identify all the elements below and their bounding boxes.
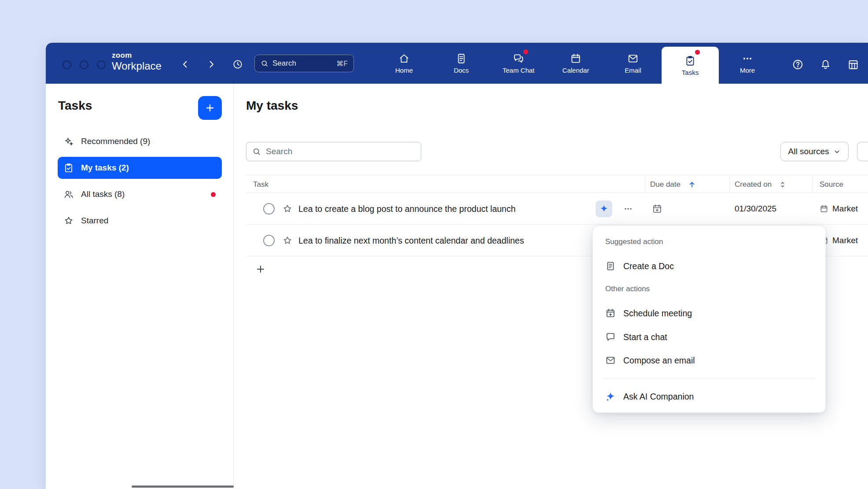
history-button[interactable] (230, 56, 246, 72)
sidebar-item-recommended[interactable]: Recommended (9) (58, 130, 222, 152)
back-button[interactable] (177, 56, 193, 72)
star-icon[interactable] (282, 235, 293, 246)
nav-tasks[interactable]: Tasks (662, 47, 719, 84)
search-label: Search (272, 59, 296, 68)
task-checkbox[interactable] (263, 203, 275, 215)
sparkles-icon (63, 136, 74, 147)
zoom-logo: zoom (112, 51, 162, 59)
column-source: Source (820, 175, 843, 193)
add-task-row-button[interactable] (255, 263, 266, 275)
nav-label: Tasks (682, 69, 699, 76)
nav-label: Home (395, 67, 413, 74)
horizontal-scrollbar-thumb[interactable] (132, 485, 234, 488)
docs-icon (456, 53, 467, 64)
menu-section-label: Other actions (605, 285, 650, 293)
nav-label: Email (625, 67, 641, 74)
tasks-check-icon (63, 163, 74, 173)
star-icon[interactable] (282, 204, 293, 214)
menu-item-schedule-meeting[interactable]: Schedule meeting (596, 301, 822, 325)
nav-home[interactable]: Home (375, 43, 433, 84)
search-icon (261, 59, 268, 67)
window-zoom-button[interactable] (97, 60, 106, 69)
team-chat-icon (513, 53, 524, 64)
calendar-icon (570, 53, 581, 64)
window-minimize-button[interactable] (80, 60, 88, 69)
sort-both-icon (779, 181, 787, 189)
new-task-button[interactable] (198, 96, 222, 120)
menu-section-label: Suggested action (605, 237, 663, 246)
sidebar: Tasks Recommended (9) My tasks (2) (46, 84, 234, 489)
menu-divider (603, 378, 815, 379)
table-header: Task Due date Created on Source (246, 175, 868, 193)
set-due-date-button[interactable] (652, 204, 662, 214)
nav-more[interactable]: More (719, 43, 776, 84)
nav-team-chat[interactable]: Team Chat (490, 43, 547, 84)
forward-button[interactable] (203, 56, 219, 72)
menu-item-label: Start a chat (623, 332, 667, 342)
notifications-button[interactable] (817, 56, 833, 72)
task-checkbox[interactable] (263, 235, 275, 246)
nav-email[interactable]: Email (604, 43, 662, 84)
star-icon (63, 215, 74, 226)
nav-calendar[interactable]: Calendar (547, 43, 604, 84)
search-input[interactable] (246, 142, 421, 161)
chevron-left-icon (180, 59, 191, 70)
column-created-on[interactable]: Created on (735, 175, 787, 193)
sidebar-item-label: Recommended (9) (81, 137, 150, 146)
column-due-date[interactable]: Due date (650, 175, 696, 193)
menu-item-create-doc[interactable]: Create a Doc (596, 254, 822, 278)
help-button[interactable] (790, 56, 805, 72)
sidebar-item-all-tasks[interactable]: All tasks (8) (58, 183, 222, 205)
chevron-down-icon (833, 148, 841, 156)
chat-bubble-icon (605, 332, 616, 342)
more-icon (742, 53, 753, 64)
sidebar-item-label: Starred (81, 216, 108, 226)
sidebar-item-starred[interactable]: Starred (58, 210, 222, 232)
task-row[interactable]: Lea to create a blog post to announce th… (246, 193, 868, 225)
menu-item-start-chat[interactable]: Start a chat (596, 325, 822, 349)
help-icon (792, 59, 804, 70)
sidebar-item-label: All tasks (8) (81, 189, 125, 199)
sidebar-item-my-tasks[interactable]: My tasks (2) (58, 157, 222, 179)
window-controls (63, 60, 106, 69)
calendar-panel-button[interactable] (845, 56, 861, 72)
page-title: My tasks (246, 99, 298, 113)
desktop: { "brand": {"logo": "zoom", "product": "… (0, 0, 868, 489)
source-value: Market (832, 225, 858, 256)
column-label: Due date (650, 180, 680, 189)
sources-filter-button[interactable]: All sources (780, 142, 849, 161)
doc-icon (605, 261, 616, 271)
more-actions-button[interactable] (620, 201, 636, 217)
brand: zoom Workplace (112, 51, 162, 73)
window-close-button[interactable] (63, 60, 71, 69)
nav-label: Team Chat (503, 67, 535, 74)
tasks-icon (684, 55, 696, 67)
chevron-right-icon (206, 59, 217, 70)
plus-icon (204, 102, 216, 114)
main-content: My tasks All sources Task Due date (234, 84, 868, 489)
clipped-toolbar-button[interactable] (857, 142, 868, 161)
menu-item-label: Ask AI Companion (623, 392, 694, 402)
notification-dot (211, 192, 216, 197)
ai-actions-menu: Suggested action Create a Doc Other acti… (592, 226, 826, 413)
ai-sparkle-icon (599, 204, 609, 214)
primary-nav: Home Docs Team Chat Calendar (375, 43, 776, 84)
ai-companion-button[interactable] (596, 200, 612, 217)
nav-label: More (740, 67, 755, 74)
app-window: zoom Workplace Search ⌘F (46, 43, 868, 489)
menu-item-label: Create a Doc (623, 261, 674, 271)
menu-item-ask-ai-companion[interactable]: Ask AI Companion (596, 385, 822, 408)
source-calendar-icon (820, 204, 828, 213)
sidebar-title: Tasks (58, 99, 92, 113)
global-search[interactable]: Search ⌘F (254, 55, 354, 72)
bell-icon (820, 59, 831, 70)
history-icon (232, 59, 243, 70)
sidebar-list: Recommended (9) My tasks (2) All tasks (… (58, 130, 222, 236)
menu-item-compose-email[interactable]: Compose an email (596, 348, 822, 372)
menu-item-label: Compose an email (623, 356, 695, 366)
column-label: Task (253, 180, 268, 189)
source-value: Market (832, 193, 858, 225)
column-task: Task (253, 175, 268, 193)
nav-label: Calendar (563, 67, 589, 74)
nav-docs[interactable]: Docs (433, 43, 490, 84)
